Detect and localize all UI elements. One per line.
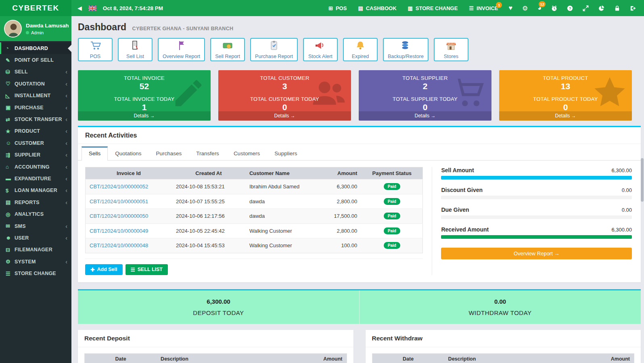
stat-card-value: 3 xyxy=(218,81,351,91)
quick-action-stores[interactable]: Stores xyxy=(434,38,468,61)
tab-quotations[interactable]: Quotations xyxy=(108,146,148,160)
column-header-date: Date xyxy=(85,353,157,363)
invoice-link[interactable]: CBT/12024/10/00000048 xyxy=(90,242,148,248)
sidebar-item-sell[interactable]: ⛁SELL‹ xyxy=(0,66,71,78)
bottom-row: Recent Deposit DateDescriptionAmount Rec… xyxy=(78,330,641,363)
quick-action-overview-report[interactable]: Overview Report xyxy=(158,38,205,61)
sidebar-item-stock-transfer[interactable]: ⇄STOCK TRANSFER‹ xyxy=(0,113,71,125)
topbar-menu-store-change[interactable]: ▥STORE CHANGE xyxy=(408,5,458,11)
details-link[interactable]: Details → xyxy=(78,111,211,121)
invoice-link[interactable]: CBT/12024/10/00000049 xyxy=(90,228,148,234)
sidebar-toggle-icon[interactable]: ◀ xyxy=(77,5,82,11)
dashboard-icon: ◔ xyxy=(6,45,15,51)
column-header-description: Description xyxy=(444,353,562,363)
progress-track xyxy=(441,235,632,239)
recent-activities-title: Recent Activities xyxy=(78,127,641,144)
alarm-icon[interactable] xyxy=(551,5,557,11)
sidebar-item-filemanager[interactable]: ⊟FILEMANAGER xyxy=(0,244,71,256)
product-icon: ★ xyxy=(6,128,15,134)
sidebar-item-label: FILEMANAGER xyxy=(15,247,52,252)
tab-transfers[interactable]: Transfers xyxy=(189,146,226,160)
scrollbar-thumb[interactable] xyxy=(641,158,644,202)
sell-report-icon xyxy=(222,40,233,52)
tab-suppliers[interactable]: Suppliers xyxy=(267,146,304,160)
tab-customers[interactable]: Customers xyxy=(226,146,267,160)
sidebar-item-reports[interactable]: ▤REPORTS‹ xyxy=(0,196,71,208)
created-at-cell: 2024-10-06 12:17:56 xyxy=(172,209,245,224)
lock-icon[interactable] xyxy=(614,5,620,11)
summary-received-amount: Received Amount6,300.00 xyxy=(441,226,632,239)
paid-badge: Paid xyxy=(384,183,400,190)
reports-icon: ▤ xyxy=(6,199,15,205)
details-link[interactable]: Details → xyxy=(499,111,632,121)
stat-card-title: TOTAL CUSTOMER xyxy=(218,75,351,81)
system-icon: ⚙ xyxy=(6,259,15,265)
sidebar-item-purchase[interactable]: ▣PURCHASE‹ xyxy=(0,102,71,113)
amount-cell: 17,500.00 xyxy=(321,209,362,224)
deposit-today: 6,300.00 DEPOSIT TODAY xyxy=(78,290,359,324)
quick-action-sell-list[interactable]: Sell List xyxy=(118,38,153,61)
sidebar-item-quotation[interactable]: ♡QUOTATION‹ xyxy=(0,78,71,90)
summary-label: Due Given xyxy=(441,207,469,213)
tab-sells[interactable]: Sells xyxy=(82,146,108,161)
help-icon[interactable]: ? xyxy=(567,5,573,11)
invoice-link[interactable]: CBT/12024/10/00000050 xyxy=(90,213,148,219)
topbar-menu-invoice[interactable]: ☰INVOICE1 xyxy=(469,5,498,11)
sidebar-item-loan-manager[interactable]: $LOAN MANAGER‹ xyxy=(0,185,71,196)
sell-icon: ⛁ xyxy=(6,69,15,75)
notifications-icon[interactable]: ◕12 xyxy=(537,4,542,12)
sidebar-item-customer[interactable]: ☺CUSTOMER‹ xyxy=(0,137,71,149)
sidebar-item-user[interactable]: ☻USER‹ xyxy=(0,232,71,244)
stores-icon xyxy=(445,40,457,52)
sidebar-item-expanditure[interactable]: ▬EXPANDITURE‹ xyxy=(0,173,71,184)
sell-list-button[interactable]: ☰SELL LIST xyxy=(125,264,168,275)
summary-value: 0.00 xyxy=(622,187,632,193)
summary-value: 6,300.00 xyxy=(611,227,632,233)
fullscreen-icon[interactable] xyxy=(583,5,589,11)
logout-icon[interactable] xyxy=(630,5,636,11)
quick-action-purchase-report[interactable]: Purchase Report xyxy=(250,38,298,61)
quick-action-label: Purchase Report xyxy=(255,54,293,59)
quick-action-pos[interactable]: POS xyxy=(78,38,113,61)
topbar-menu-cashbook[interactable]: ▤CASHBOOK xyxy=(358,5,396,11)
sidebar-item-analytics[interactable]: ◎ANALYTICS xyxy=(0,208,71,220)
sidebar-item-point-of-sell[interactable]: ✎POINT OF SELL xyxy=(0,54,71,66)
sidebar-item-dashboard[interactable]: ◔DASHBOARD xyxy=(0,42,71,54)
payment-status-cell: Paid xyxy=(361,179,423,194)
invoice-link[interactable]: CBT/12024/10/00000052 xyxy=(90,184,148,190)
sidebar-item-label: POINT OF SELL xyxy=(15,57,54,63)
sms-icon: ✉ xyxy=(6,223,15,229)
customer-name-cell: Walking Customer xyxy=(245,223,321,238)
sidebar-item-system[interactable]: ⚙SYSTEM‹ xyxy=(0,256,71,267)
language-flag-icon[interactable] xyxy=(88,6,96,11)
sidebar-item-accounting[interactable]: ⌂ACCOUNTING‹ xyxy=(0,161,71,173)
overview-report-button[interactable]: Overview Report → xyxy=(441,248,632,259)
add-sell-button[interactable]: ✚Add Sell xyxy=(85,264,123,275)
quick-action-sell-report[interactable]: Sell Report xyxy=(210,38,245,61)
chevron-left-icon: ‹ xyxy=(65,69,67,75)
invoice-link[interactable]: CBT/12024/10/00000051 xyxy=(90,198,148,204)
tab-purchases[interactable]: Purchases xyxy=(149,146,189,160)
pie-chart-icon[interactable] xyxy=(598,5,604,11)
customer-name-cell: dawda xyxy=(245,209,321,224)
sidebar-item-store-change[interactable]: ☰STORE CHANGE xyxy=(0,267,71,279)
gear-icon[interactable]: ⚙ xyxy=(522,4,528,12)
withdraw-today: 0.00 WIDTHDRAW TODAY xyxy=(359,290,641,324)
topbar-menu-pos[interactable]: ⊞POS xyxy=(328,5,347,11)
stat-card-today-label: TOTAL CUSTOMER TODAY xyxy=(218,96,351,102)
heart-icon[interactable]: ♥ xyxy=(508,4,512,12)
details-link[interactable]: Details → xyxy=(359,111,491,121)
summary-value: 0.00 xyxy=(622,207,632,213)
quick-action-backup-restore[interactable]: Backup/Restore xyxy=(383,38,429,61)
sidebar-item-installment[interactable]: ◺INSTALLMENT‹ xyxy=(0,90,71,102)
quick-action-expired[interactable]: Expired xyxy=(343,38,378,61)
invoice-id-cell: CBT/12024/10/00000050 xyxy=(86,209,172,224)
quick-action-stock-alert[interactable]: Stock Alert xyxy=(303,38,338,61)
user-icon: ☻ xyxy=(6,235,15,241)
sidebar-item-sms[interactable]: ✉SMS‹ xyxy=(0,220,71,232)
details-link[interactable]: Details → xyxy=(218,111,351,121)
sidebar-item-supplier[interactable]: ⇶SUPPLIER‹ xyxy=(0,149,71,161)
sidebar-item-product[interactable]: ★PRODUCT‹ xyxy=(0,125,71,137)
table-row: CBT/12024/10/000000522024-10-08 15:53:21… xyxy=(86,179,423,194)
chevron-left-icon: ‹ xyxy=(65,235,67,241)
